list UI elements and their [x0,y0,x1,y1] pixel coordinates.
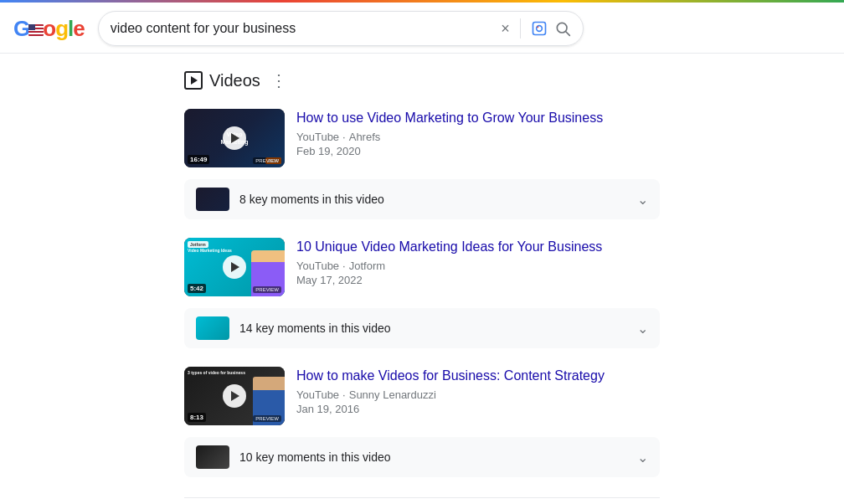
logo-o2: g [55,16,68,41]
video-info-2: 10 Unique Video Marketing Ideas for Your… [296,238,660,286]
svg-line-4 [565,32,569,36]
meta-dot-2: · [342,260,346,272]
section-title: Videos [209,71,260,90]
km-thumb-3 [196,445,229,469]
video-title-3[interactable]: How to make Videos for Business: Content… [296,367,660,385]
video-platform-2: YouTube [296,260,339,272]
video-meta-2: YouTube · Jotform [296,260,660,272]
video-channel-3: Sunny Lenarduzzi [349,388,436,401]
thumb3-text: 3 types of video for business [188,370,245,376]
km-thumb-1 [196,188,229,211]
video-info-3: How to make Videos for Business: Content… [296,367,660,415]
chevron-down-icon-3: ⌄ [637,450,648,465]
video-thumb-2[interactable]: Jotform Video Marketing Ideas 5:42 PREVI… [184,238,285,296]
search-divider [520,18,521,39]
search-clear-button[interactable]: × [501,20,510,38]
header: Gogle × [0,3,844,54]
video-title-2[interactable]: 10 Unique Video Marketing Ideas for Your… [296,238,660,256]
video-date-3: Jan 19, 2016 [296,403,660,415]
play-triangle-icon [191,76,198,85]
video-channel-2: Jotform [349,260,385,272]
video-info-1: How to use Video Marketing to Grow Your … [296,109,660,157]
chevron-down-icon-1: ⌄ [637,192,648,208]
video-result-1: VideoMarketing 2020 16:49 PREVIEW How to… [184,100,660,176]
svg-rect-0 [533,23,545,35]
key-moments-3[interactable]: 10 key moments in this video ⌄ [184,437,660,477]
video-result-2: Jotform Video Marketing Ideas 5:42 PREVI… [184,229,660,305]
search-submit-icon[interactable] [554,20,571,37]
thumb-preview-label-1: PREVIEW [253,157,281,164]
search-input[interactable] [111,21,494,36]
km-thumb-2 [196,316,229,340]
meta-dot-3: · [342,388,346,401]
play-button-3[interactable] [223,384,246,408]
thumb2-text: Video Marketing Ideas [188,248,232,254]
video-duration-3: 8:13 [188,413,206,422]
video-thumb-3[interactable]: 3 types of video for business 8:13 PREVI… [184,367,285,425]
videos-section-header: Videos ⋮ [184,62,660,100]
chevron-down-icon-2: ⌄ [637,321,648,337]
section-more-icon[interactable]: ⋮ [270,70,287,90]
play-button-2[interactable] [223,255,246,279]
view-all-section: Feedback View all → [184,491,660,504]
key-moments-2[interactable]: 14 key moments in this video ⌄ [184,308,660,348]
video-duration-1: 16:49 [188,155,209,164]
video-result-3: 3 types of video for business 8:13 PREVI… [184,358,660,434]
video-date-2: May 17, 2022 [296,274,660,286]
svg-rect-2 [537,27,538,28]
video-channel-1: Ahrefs [349,131,381,143]
play-button-1[interactable] [223,126,246,150]
video-thumb-1[interactable]: VideoMarketing 2020 16:49 PREVIEW [184,109,285,167]
video-title-1[interactable]: How to use Video Marketing to Grow Your … [296,109,660,127]
thumb-preview-label-2: PREVIEW [253,286,281,293]
key-moments-text-2: 14 key moments in this video [239,321,627,335]
logo-flag [28,24,44,36]
key-moments-1[interactable]: 8 key moments in this video ⌄ [184,179,660,219]
video-platform-3: YouTube [296,388,339,401]
separator-line [184,497,660,498]
meta-dot-1: · [342,131,346,143]
video-meta-3: YouTube · Sunny Lenarduzzi [296,388,660,401]
logo-g: G [13,16,29,41]
logo-e: e [73,16,84,41]
key-moments-text-3: 10 key moments in this video [239,450,627,464]
play-icon-box [184,71,203,90]
video-date-1: Feb 19, 2020 [296,145,660,157]
google-lens-icon[interactable] [531,20,548,37]
video-meta-1: YouTube · Ahrefs [296,131,660,143]
video-platform-1: YouTube [296,131,339,143]
main-content: Videos ⋮ VideoMarketing 2020 16:49 PREVI… [0,54,844,504]
thumb-preview-label-3: PREVIEW [253,415,281,422]
logo-o1: o [43,16,55,41]
google-logo[interactable]: Gogle [13,16,85,42]
video-duration-2: 5:42 [188,284,206,293]
jotform-badge: Jotform [188,241,208,248]
search-bar: × [98,11,584,46]
key-moments-text-1: 8 key moments in this video [239,193,627,206]
